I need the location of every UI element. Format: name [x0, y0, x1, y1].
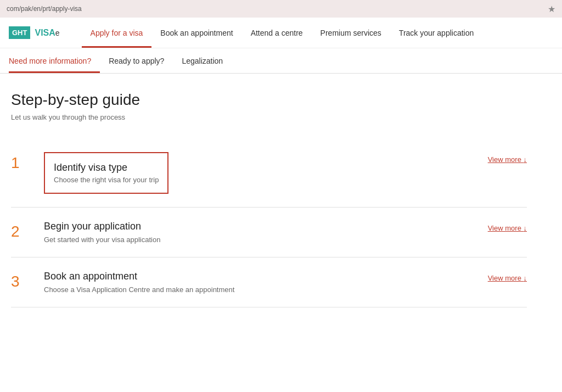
step-2-number: 2 — [11, 223, 37, 240]
step-3-title: Book an appointment — [44, 271, 470, 282]
sub-nav-more-info[interactable]: Need more information? — [9, 48, 100, 73]
sub-nav: Need more information? Ready to apply? L… — [0, 48, 562, 74]
step-1-desc: Choose the right visa for your trip — [54, 176, 159, 184]
step-3-number: 3 — [11, 273, 37, 290]
bookmark-icon[interactable]: ★ — [548, 4, 555, 14]
url-bar[interactable]: com/pak/en/prt/apply-visa — [7, 5, 82, 13]
step-1-number: 1 — [11, 154, 37, 172]
main-nav: Apply for a visa Book an appointment Att… — [82, 18, 483, 48]
nav-attend-centre[interactable]: Attend a centre — [242, 18, 312, 48]
step-2: 2 Begin your application Get started wit… — [11, 208, 527, 257]
step-2-title: Begin your application — [44, 221, 470, 232]
site-header: GHT VISAe Apply for a visa Book an appoi… — [0, 18, 562, 48]
main-content: Step-by-step guide Let us walk you throu… — [0, 74, 538, 325]
page-title: Step-by-step guide — [11, 91, 527, 109]
step-1-title: Identify visa type — [54, 162, 159, 173]
arrow-down-icon-2: ↓ — [524, 224, 527, 232]
step-1: 1 Identify visa type Choose the right vi… — [11, 139, 527, 208]
step-3-view-more[interactable]: View more ↓ — [488, 274, 527, 282]
step-2-view-more[interactable]: View more ↓ — [488, 224, 527, 232]
logo-visa[interactable]: VISAe — [35, 28, 59, 38]
browser-bar: com/pak/en/prt/apply-visa ★ — [0, 0, 562, 18]
step-3-desc: Choose a Visa Application Centre and mak… — [44, 285, 470, 294]
sub-nav-ready-apply[interactable]: Ready to apply? — [109, 48, 173, 73]
nav-track-application[interactable]: Track your application — [390, 18, 482, 48]
step-1-highlight-box: Identify visa type Choose the right visa… — [44, 152, 168, 194]
sub-nav-legalization[interactable]: Legalization — [182, 48, 232, 73]
logo-top: GHT — [9, 26, 30, 40]
step-3: 3 Book an appointment Choose a Visa Appl… — [11, 257, 527, 307]
arrow-down-icon-3: ↓ — [524, 274, 527, 282]
step-2-desc: Get started with your visa application — [44, 236, 470, 244]
nav-apply-visa[interactable]: Apply for a visa — [82, 18, 152, 48]
nav-book-appointment[interactable]: Book an appointment — [151, 18, 241, 48]
nav-premium-services[interactable]: Premium services — [312, 18, 390, 48]
step-1-view-more[interactable]: View more ↓ — [488, 155, 527, 164]
page-subtitle: Let us walk you through the process — [11, 113, 527, 121]
arrow-down-icon: ↓ — [524, 155, 527, 164]
